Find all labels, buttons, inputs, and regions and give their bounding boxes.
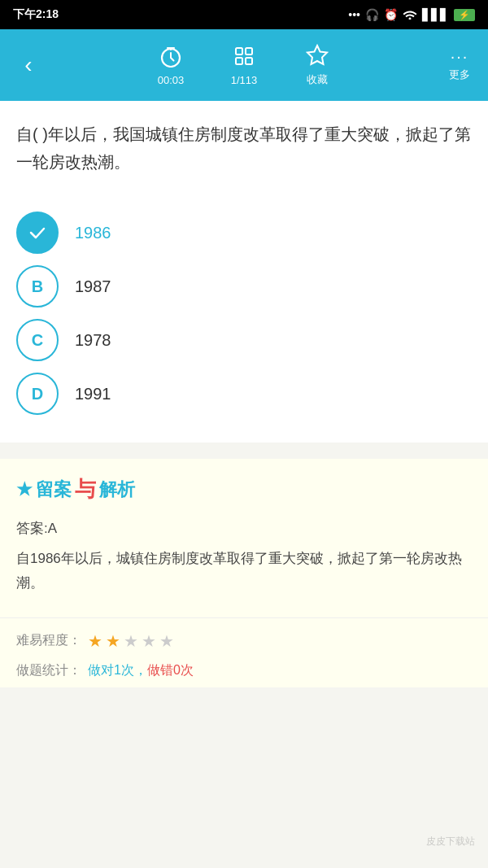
option-circle-b: B	[16, 265, 59, 308]
star-icon	[306, 43, 329, 69]
option-circle-d: D	[16, 373, 59, 415]
headphone-icon: 🎧	[365, 8, 379, 21]
option-row-a[interactable]: 1986	[16, 212, 472, 254]
difficulty-stars: ★ ★ ★ ★ ★	[88, 631, 174, 651]
more-icon: ···	[451, 48, 469, 64]
option-text-a: 1986	[75, 224, 111, 242]
answer-star-icon: ★	[16, 479, 33, 500]
stats-label: 做题统计：	[16, 662, 81, 679]
back-button[interactable]: ‹	[8, 52, 49, 78]
question-area: 自( )年以后，我国城镇住房制度改革取得了重大突破，掀起了第一轮房改热潮。	[0, 101, 488, 192]
progress-nav-item: 1/113	[207, 45, 281, 86]
svg-rect-2	[246, 48, 252, 55]
answer-explanation: 自1986年以后，城镇住房制度改革取得了重大突破，掀起了第一轮房改热潮。	[16, 547, 472, 596]
more-nav-item[interactable]: ··· 更多	[439, 48, 480, 82]
signal-dots-icon: •••	[348, 8, 360, 21]
answer-title: ★ 留案 与 解析	[16, 475, 472, 504]
battery-icon: ⚡	[454, 9, 475, 21]
wifi-icon	[403, 8, 417, 22]
alarm-icon: ⏰	[384, 8, 398, 21]
status-time: 下午2:18	[13, 7, 59, 22]
svg-marker-5	[307, 46, 327, 64]
top-nav: ‹ 00:03	[0, 29, 488, 101]
star-2: ★	[106, 631, 120, 651]
difficulty-section: 难易程度： ★ ★ ★ ★ ★ 做题统计： 做对1次， 做错0次	[0, 617, 488, 687]
svg-rect-4	[246, 58, 252, 64]
option-circle-c: C	[16, 319, 59, 361]
timer-icon	[159, 45, 182, 71]
difficulty-row: 难易程度： ★ ★ ★ ★ ★	[16, 631, 472, 651]
options-area: 1986 B 1987 C 1978 D 1991	[0, 192, 488, 443]
progress-value: 1/113	[231, 74, 258, 86]
answer-section: ★ 留案 与 解析 答案:A 自1986年以后，城镇住房制度改革取得了重大突破，…	[0, 459, 488, 617]
timer-value: 00:03	[158, 74, 185, 86]
answer-content: 答案:A 自1986年以后，城镇住房制度改革取得了重大突破，掀起了第一轮房改热潮…	[16, 517, 472, 596]
answer-title-yu: 与	[75, 475, 96, 504]
svg-rect-3	[236, 58, 242, 64]
more-label: 更多	[449, 68, 470, 82]
star-1: ★	[88, 631, 102, 651]
star-3: ★	[124, 631, 138, 651]
timer-nav-item: 00:03	[134, 45, 207, 86]
option-circle-a	[16, 212, 59, 254]
svg-rect-1	[236, 48, 242, 55]
answer-title-part2: 解析	[99, 478, 135, 502]
option-text-d: 1991	[75, 385, 111, 403]
difficulty-label: 难易程度：	[16, 632, 81, 649]
answer-result: 答案:A	[16, 517, 472, 542]
collect-label: 收藏	[307, 72, 328, 87]
collect-nav-item[interactable]: 收藏	[281, 43, 354, 87]
stats-wrong: 做错0次	[147, 662, 194, 679]
question-text: 自( )年以后，我国城镇住房制度改革取得了重大突破，掀起了第一轮房改热潮。	[16, 125, 471, 171]
nav-actions: 00:03 1/113 收藏	[49, 43, 439, 87]
grid-icon	[233, 45, 255, 71]
option-row-c[interactable]: C 1978	[16, 319, 472, 361]
stats-row: 做题统计： 做对1次， 做错0次	[16, 662, 472, 679]
watermark: 皮皮下载站	[426, 835, 475, 848]
signal-bars-icon: ▋▋▋	[422, 8, 449, 21]
option-text-b: 1987	[75, 277, 111, 296]
star-4: ★	[142, 631, 156, 651]
answer-title-part1: 留案	[36, 478, 72, 502]
option-row-d[interactable]: D 1991	[16, 373, 472, 415]
option-row-b[interactable]: B 1987	[16, 265, 472, 308]
option-text-c: 1978	[75, 331, 111, 350]
status-bar: 下午2:18 ••• 🎧 ⏰ ▋▋▋ ⚡	[0, 0, 488, 29]
status-icons: ••• 🎧 ⏰ ▋▋▋ ⚡	[348, 8, 475, 22]
stats-correct: 做对1次，	[88, 662, 147, 679]
star-5: ★	[159, 631, 174, 651]
